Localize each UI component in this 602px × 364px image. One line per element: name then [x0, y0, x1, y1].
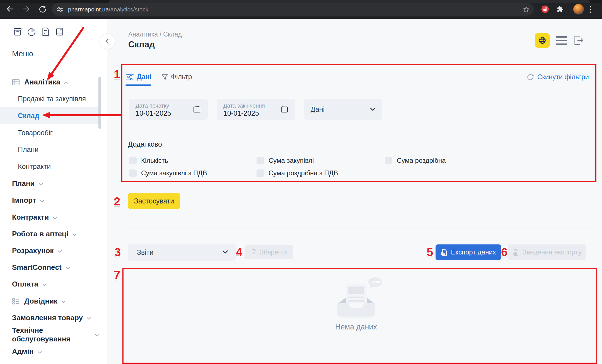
checkbox-unchecked[interactable] [129, 169, 137, 177]
checkbox-label: Сума роздрібна з ПДВ [269, 169, 338, 177]
checkbox-unchecked[interactable] [385, 157, 392, 164]
sidebar-item-1[interactable]: Аналітика [0, 74, 100, 91]
sidebar-item-6[interactable]: Контракти [0, 158, 100, 175]
browser-toolbar: pharmapoint.ua/analytics/stock [0, 0, 602, 19]
sidebar-item-label: Оплата [12, 280, 38, 288]
sidebar-item-label: Товарообіг [18, 129, 53, 137]
checkbox-label: Кількість [141, 157, 168, 164]
sidebar-item-3[interactable]: Склад [0, 107, 100, 124]
active-tab-underline [125, 84, 151, 86]
tab-filter[interactable]: Фільтр [171, 73, 192, 81]
grid-icon [12, 79, 20, 86]
save-button[interactable]: Зберегти [245, 245, 293, 259]
apply-button[interactable]: Застосувати [128, 193, 180, 209]
export-summary-button[interactable]: Зведення експорту [508, 244, 586, 260]
logout-button[interactable] [573, 35, 584, 47]
sidebar-collapse-button[interactable] [100, 33, 115, 49]
reports-select-value: Звіти [137, 248, 223, 256]
checkbox-item-5[interactable]: Сума роздрібна з ПДВ [257, 169, 338, 177]
screenshot-root: pharmapoint.ua/analytics/stock Меню Анал… [0, 0, 602, 364]
checkbox-unchecked[interactable] [257, 157, 264, 164]
checkbox-unchecked[interactable] [129, 157, 137, 164]
language-button[interactable] [535, 33, 550, 48]
chevron-down-icon [61, 300, 66, 303]
checkbox-unchecked[interactable] [257, 169, 264, 177]
archive-box-icon[interactable] [12, 26, 23, 37]
chevron-down-icon [38, 183, 43, 186]
browser-back-button[interactable] [6, 4, 14, 13]
sidebar-item-14[interactable]: Довідник [0, 293, 100, 310]
menu-toggle-button[interactable] [556, 36, 567, 45]
globe-icon [538, 36, 547, 45]
browser-address-bar[interactable]: pharmapoint.ua/analytics/stock [52, 3, 534, 16]
sidebar-item-11[interactable]: Розрахунок [0, 242, 100, 259]
chevron-down-icon [53, 217, 57, 219]
sidebar-item-label: Продажі та закупівля [18, 95, 86, 103]
pie-chart-icon[interactable] [26, 26, 37, 37]
sidebar-scrollbar[interactable] [98, 77, 101, 129]
browser-reload-button[interactable] [38, 4, 47, 13]
bookmark-star-icon[interactable] [523, 6, 530, 13]
page-title: Склад [128, 40, 155, 50]
sidebar-item-4[interactable]: Товарообіг [0, 124, 100, 141]
start-date-field[interactable]: Дата початку 10-01-2025 [129, 99, 208, 120]
chevron-down-icon [57, 250, 62, 253]
sidebar-item-label: Плани [18, 145, 38, 154]
browser-active-tab[interactable] [109, 0, 590, 3]
sidebar-item-label: Технічне обслуговування [12, 326, 91, 343]
xlsx-file-icon [441, 249, 448, 256]
end-date-label: Дата закінчення [223, 103, 265, 109]
chevron-down-icon [95, 334, 100, 337]
sidebar-item-label: Адмін [12, 347, 33, 356]
sidebar-item-8[interactable]: Імпорт [0, 192, 100, 209]
adblock-extension-icon[interactable] [541, 5, 549, 14]
checkbox-label: Сума роздрібна [397, 157, 446, 164]
url-path: /analytics/stock [109, 6, 148, 13]
speech-bubble-icon [368, 277, 382, 289]
chevron-down-icon [42, 283, 47, 286]
browser-profile-avatar[interactable] [573, 4, 584, 14]
extensions-puzzle-icon[interactable] [556, 5, 564, 14]
sidebar-item-7[interactable]: Плани [0, 175, 100, 192]
site-info-icon[interactable] [57, 6, 63, 13]
browser-forward-button[interactable] [22, 4, 31, 13]
sidebar-item-2[interactable]: Продажі та закупівля [0, 90, 100, 107]
checkbox-item-4[interactable]: Сума закупівлі з ПДВ [129, 169, 207, 177]
document-icon[interactable] [40, 26, 51, 37]
start-date-value: 10-01-2025 [136, 109, 171, 117]
sidebar-item-10[interactable]: Робота в аптеці [0, 225, 100, 242]
reset-filters-button[interactable]: Скинути фільтри [537, 73, 589, 81]
sidebar-item-17[interactable]: Адмін [0, 343, 100, 360]
reports-select[interactable]: Звіти [128, 244, 236, 261]
sidebar-item-9[interactable]: Контракти [0, 209, 100, 226]
sidebar-item-label: SmartConnect [12, 263, 62, 272]
sidebar-item-15[interactable]: Замовлення товару [0, 309, 100, 326]
sidebar-item-label: Довідник [24, 297, 57, 305]
sidebar-item-label: Контракти [12, 213, 49, 222]
chevron-down-icon [40, 200, 44, 202]
checkbox-item-2[interactable]: Сума закупівлі [257, 157, 314, 164]
document-icon [251, 249, 257, 256]
back-arrow-icon [6, 5, 14, 13]
annotation-number-6: 6 [501, 246, 507, 259]
end-date-field[interactable]: Дата закінчення 10-01-2025 [217, 99, 295, 120]
browser-menu-icon[interactable] [589, 6, 592, 14]
annotation-number-2: 2 [114, 195, 120, 208]
calendar-icon[interactable] [280, 105, 289, 115]
data-select[interactable]: Дані [304, 99, 382, 120]
sidebar-item-5[interactable]: Плани [0, 141, 100, 158]
tab-data[interactable]: Дані [137, 73, 152, 81]
checkbox-item-1[interactable]: Кількість [129, 157, 168, 164]
checkbox-item-3[interactable]: Сума роздрібна [385, 157, 446, 164]
book-icon[interactable] [54, 26, 65, 37]
tabs-divider [123, 89, 595, 89]
sidebar-item-12[interactable]: SmartConnect [0, 259, 100, 276]
url-host: pharmapoint.ua [68, 6, 109, 13]
sidebar-item-13[interactable]: Оплата [0, 276, 100, 293]
sliders-icon [126, 73, 134, 82]
export-data-button[interactable]: Експорт даних [436, 244, 501, 260]
sidebar-item-16[interactable]: Технічне обслуговування [0, 326, 100, 343]
chevron-down-icon [87, 317, 91, 320]
end-date-value: 10-01-2025 [223, 109, 259, 117]
calendar-icon[interactable] [193, 105, 201, 115]
